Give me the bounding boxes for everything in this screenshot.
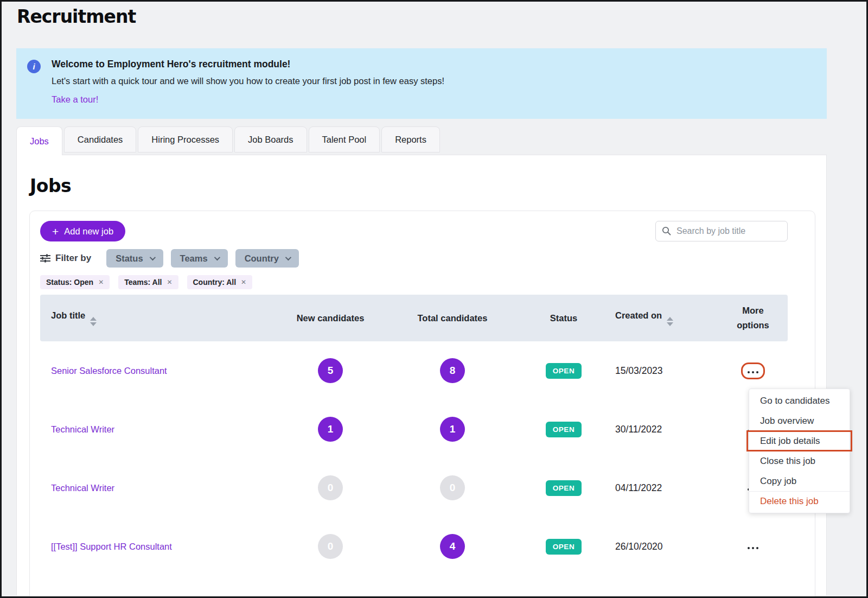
created-date: 30/11/2022 xyxy=(604,424,718,435)
active-filter-tags: Status: Open ✕ Teams: All ✕ Country: All… xyxy=(40,275,788,289)
created-date: 04/11/2022 xyxy=(604,482,718,494)
tab-bar: Jobs Candidates Hiring Processes Job Boa… xyxy=(16,126,866,155)
search-input[interactable] xyxy=(655,221,788,241)
new-candidates-badge: 0 xyxy=(318,475,343,500)
jobs-card: + Add new job xyxy=(29,211,815,598)
job-title-link[interactable]: Technical Writer xyxy=(51,424,114,434)
menu-item-delete-this-job[interactable]: Delete this job xyxy=(749,491,850,511)
ellipsis-icon xyxy=(748,547,758,549)
table-row: [[Test]] Support HR Consultant 0 4 OPEN … xyxy=(40,517,788,576)
filter-tag-status: Status: Open ✕ xyxy=(40,275,110,289)
recruitment-page: Recruitment i Welcome to Employment Hero… xyxy=(0,0,868,598)
menu-item-edit-job-details[interactable]: Edit job details xyxy=(749,431,850,451)
ellipsis-icon xyxy=(748,371,758,373)
filter-by-label: Filter by xyxy=(40,253,91,264)
chevron-down-icon xyxy=(285,255,291,260)
status-badge: OPEN xyxy=(546,422,582,437)
country-filter-dropdown[interactable]: Country xyxy=(235,249,299,268)
new-candidates-badge: 5 xyxy=(318,358,343,383)
new-candidates-badge: 0 xyxy=(318,534,343,559)
job-title-link[interactable]: Senior Salesforce Consultant xyxy=(51,366,167,376)
tab-job-boards[interactable]: Job Boards xyxy=(234,126,307,152)
table-header: Job title New candidates Total candidate… xyxy=(40,295,788,341)
menu-item-close-this-job[interactable]: Close this job xyxy=(749,451,850,471)
sort-icon[interactable] xyxy=(90,317,97,326)
jobs-table: Job title New candidates Total candidate… xyxy=(40,295,788,576)
status-badge: OPEN xyxy=(546,539,582,555)
filter-tag-teams: Teams: All ✕ xyxy=(118,275,178,289)
col-created-on: Created on xyxy=(604,310,718,326)
status-filter-dropdown[interactable]: Status xyxy=(106,249,163,268)
more-options-button[interactable] xyxy=(743,540,763,554)
col-total-candidates: Total candidates xyxy=(382,313,523,323)
info-icon: i xyxy=(27,60,41,73)
banner-body: Let's start with a quick tour and we wil… xyxy=(52,76,444,86)
banner-title: Welcome to Employment Hero's recruitment… xyxy=(52,59,444,70)
col-status: Status xyxy=(523,313,604,323)
plus-icon: + xyxy=(52,226,59,237)
status-badge: OPEN xyxy=(546,363,582,379)
more-options-menu: Go to candidates Job overview Edit job d… xyxy=(749,389,850,513)
add-new-job-label: Add new job xyxy=(64,226,113,237)
remove-filter-icon[interactable]: ✕ xyxy=(98,278,104,286)
tab-talent-pool[interactable]: Talent Pool xyxy=(309,126,380,152)
status-badge: OPEN xyxy=(546,480,582,496)
tab-jobs[interactable]: Jobs xyxy=(16,126,62,155)
search-icon xyxy=(662,226,671,236)
total-candidates-badge: 0 xyxy=(440,475,465,500)
menu-item-job-overview[interactable]: Job overview xyxy=(749,411,850,431)
tab-reports[interactable]: Reports xyxy=(381,126,440,152)
chevron-down-icon xyxy=(149,255,155,260)
page-title: Recruitment xyxy=(17,6,866,27)
table-row: Senior Salesforce Consultant 5 8 OPEN 15… xyxy=(40,341,788,400)
teams-filter-dropdown[interactable]: Teams xyxy=(171,249,228,268)
take-a-tour-link[interactable]: Take a tour! xyxy=(52,94,98,105)
remove-filter-icon[interactable]: ✕ xyxy=(167,278,172,286)
col-job-title: Job title xyxy=(40,310,279,326)
welcome-banner: i Welcome to Employment Hero's recruitme… xyxy=(16,48,827,119)
jobs-toolbar: + Add new job xyxy=(40,221,788,241)
tab-candidates[interactable]: Candidates xyxy=(64,126,136,152)
jobs-panel: Jobs + Add new job xyxy=(16,155,827,595)
filter-row: Filter by Status Teams Country xyxy=(40,249,788,268)
section-heading: Jobs xyxy=(30,175,826,196)
menu-item-go-to-candidates[interactable]: Go to candidates xyxy=(749,391,850,411)
chevron-down-icon xyxy=(214,255,220,260)
created-date: 15/03/2023 xyxy=(604,365,718,377)
table-row: Technical Writer 0 0 OPEN 04/11/2022 xyxy=(40,459,788,517)
filter-tag-country: Country: All ✕ xyxy=(187,275,253,289)
sliders-icon xyxy=(40,254,50,263)
total-candidates-badge: 8 xyxy=(440,358,465,383)
new-candidates-badge: 1 xyxy=(318,417,343,442)
total-candidates-badge: 1 xyxy=(440,417,465,442)
add-new-job-button[interactable]: + Add new job xyxy=(40,221,125,241)
total-candidates-badge: 4 xyxy=(440,534,465,559)
menu-item-copy-job[interactable]: Copy job xyxy=(749,471,850,491)
more-options-button[interactable] xyxy=(741,362,765,379)
sort-icon[interactable] xyxy=(667,317,673,326)
banner-content: Welcome to Employment Hero's recruitment… xyxy=(52,59,444,119)
job-title-link[interactable]: [[Test]] Support HR Consultant xyxy=(51,542,172,551)
col-more-options: More options xyxy=(718,303,788,333)
remove-filter-icon[interactable]: ✕ xyxy=(241,278,246,286)
tab-hiring-processes[interactable]: Hiring Processes xyxy=(138,126,233,152)
created-date: 26/10/2020 xyxy=(604,541,718,552)
job-search xyxy=(655,221,788,241)
col-new-candidates: New candidates xyxy=(279,313,382,323)
job-title-link[interactable]: Technical Writer xyxy=(51,483,114,493)
table-row: Technical Writer 1 1 OPEN 30/11/2022 xyxy=(40,400,788,459)
